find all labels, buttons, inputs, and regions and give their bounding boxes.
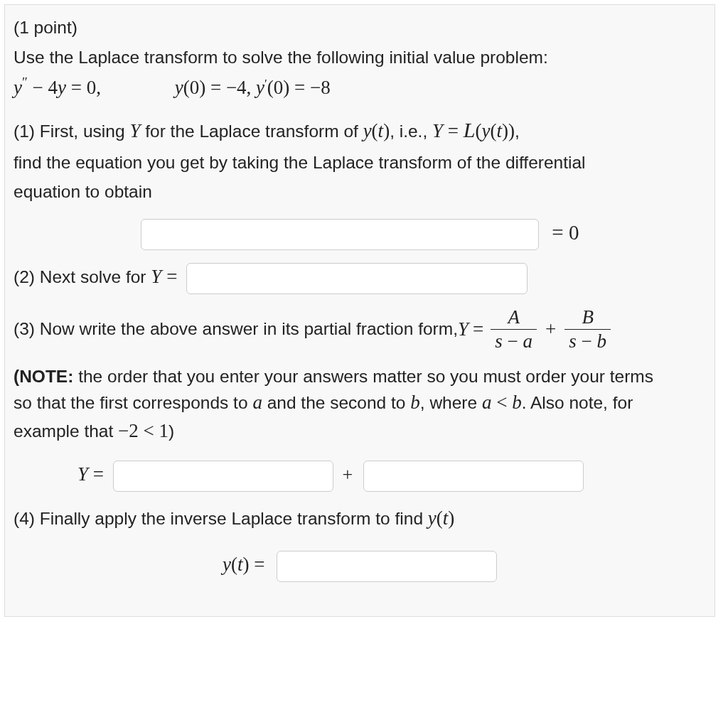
- note-text: (NOTE: the order that you enter your ans…: [14, 364, 706, 445]
- laplace-symbol: L: [464, 118, 476, 141]
- fraction-A: A s − a: [488, 307, 540, 351]
- part4-input[interactable]: [277, 551, 497, 582]
- problem-container: (1 point) Use the Laplace transform to s…: [4, 4, 715, 617]
- part3-row: (3) Now write the above answer in its pa…: [14, 307, 706, 351]
- ode-equation: y″: [14, 77, 28, 98]
- part4-text: (4) Finally apply the inverse Laplace tr…: [14, 505, 706, 532]
- part1-text: (1) First, using Y for the Laplace trans…: [14, 114, 706, 146]
- part4-answer-row: y(t) =: [14, 551, 706, 582]
- part1-answer-row: = 0: [14, 217, 706, 251]
- points-label: (1 point): [14, 15, 706, 41]
- part3-input-b[interactable]: [363, 461, 584, 492]
- part3-input-a[interactable]: [113, 461, 333, 492]
- fraction-B: B s − b: [562, 307, 614, 351]
- ic2: y: [256, 77, 264, 98]
- part3-answer-row: Y = +: [77, 461, 706, 492]
- part2-row: (2) Next solve for Y =: [14, 263, 706, 294]
- part2-input[interactable]: [186, 263, 528, 294]
- part1-input[interactable]: [141, 219, 539, 250]
- part1-rhs: = 0: [552, 221, 579, 244]
- ic1: y: [175, 77, 183, 98]
- ode-row: y″ − 4y = 0, y(0) = −4, y′(0) = −8: [14, 74, 706, 102]
- intro-text: Use the Laplace transform to solve the f…: [14, 45, 706, 70]
- part1-line2: find the equation you get by taking the …: [14, 150, 706, 176]
- part1-line3: equation to obtain: [14, 179, 706, 205]
